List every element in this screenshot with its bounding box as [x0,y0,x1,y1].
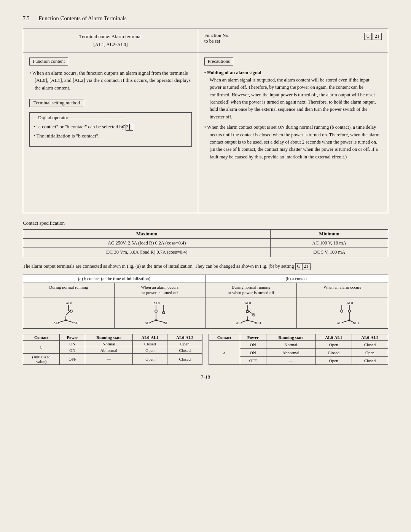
digital-op-item-1: "a contact" or "b contact" can be select… [33,123,188,131]
td-contact-b1: b [23,341,60,354]
td-running-b1: Normal [85,341,133,347]
td-power-b3: OFF [60,354,85,365]
c-box: C [364,33,372,40]
td-al0al1-b3: Open [132,354,167,365]
th-contact-a: Contact [209,334,240,341]
svg-point-37 [341,310,343,312]
td-running-b3: — [85,354,133,365]
section-title: Function Contents of Alarm Terminals [39,15,127,22]
td-al0al2-b1: Open [167,341,202,347]
diagram-left-header: (a) b contact (at the time of initializa… [23,275,205,283]
svg-point-35 [348,310,350,312]
contact-table-row2-min: DC 5 V, 100 mA [271,248,388,257]
th-al0al2-b: AL0-AL2 [167,334,202,341]
th-running-b: Running state [85,334,133,341]
section-num: 7.5 [23,16,30,22]
function-no-cell: Function No. to be set C 21 [198,29,388,53]
svg-text:AL1: AL1 [73,321,80,325]
digital-op-bullets: "a contact" or "b contact" can be select… [33,123,188,139]
digital-op-label: ─ Digital operator ──────────────── [33,115,188,121]
svg-point-12 [155,310,157,312]
function-no-label: Function No. [204,33,229,38]
td-running-b2: Abnormal [85,347,133,354]
table-row-b1: b ON Normal Closed Open [23,341,202,347]
td-contact-b3: (Initializedvalue) [23,354,60,365]
diagram-left-sub1: During normal running [23,283,115,297]
contact-table-row1-min: AC 100 V, 10 mA [271,238,388,248]
td-al0al2-a3: Closed [352,357,388,365]
precaution-item-2: When the alarm contact output is set ON … [204,124,382,161]
alarm-output-text: The alarm output terminals are connected… [23,262,388,270]
td-al0al1-a3: Open [315,357,352,365]
td-contact-a1: a [209,341,240,365]
td-al0al1-a2: Closed [315,349,352,357]
prec-text-1: When an alarm signal is outputted, the a… [210,77,376,120]
precautions-list: Holding of an alarm signal When an alarm… [204,69,382,161]
svg-text:AL2: AL2 [53,321,60,325]
diagram-left-subheaders: During normal running When an alarm occu… [23,283,205,298]
prec-title-1: Holding of an alarm signal [207,70,261,75]
th-running-a: Running state [266,334,315,341]
diagram-right-cell2: AL0 AL2 AL1 [297,297,388,328]
contact-spec-table: Maximum Minimum AC 250V, 2.5A (load R) 0… [23,229,388,257]
td-al0al2-b2: Closed [167,347,202,354]
page-num: 7-18 [201,374,210,380]
td-running-a2: Abnormal [266,349,315,357]
svg-text:AL1: AL1 [353,321,359,325]
svg-text:AL1: AL1 [164,321,170,325]
relay-svg-b-alarm: AL0 AL2 AL1 [143,300,177,325]
td-running-a3: — [266,357,315,365]
num-box: 21 [373,33,382,40]
svg-text:AL2: AL2 [145,321,151,325]
td-power-b2: ON [60,347,85,354]
terminal-name-sub: [AL1, AL2-AL0] [93,42,127,47]
state-table-a: Contact Power Running state AL0-AL1 AL0-… [209,334,388,365]
td-al0al2-a2: Open [352,349,388,357]
function-content-item: When an alarm occurs, the function outpu… [29,69,192,92]
svg-text:AL1: AL1 [255,321,261,325]
svg-point-14 [162,312,165,314]
diagram-left-cell1: AL0 AL2 AL1 [23,297,115,328]
diagrams-container: (a) b contact (at the time of initializa… [23,275,388,329]
terminal-name-cell: Terminal name: Alarm terminal [AL1, AL2-… [23,29,198,53]
relay-svg-a-alarm: AL0 AL2 AL1 [325,300,360,325]
diagram-left-sub2: When an alarm occursor power is turned o… [115,283,206,297]
diagram-right: (b) a contact During normal runningor wh… [206,275,388,329]
page-header: 7.5 Function Contents of Alarm Terminals [23,15,388,22]
diagram-left-row: AL0 AL2 AL1 [23,297,205,328]
contact-table-header-max: Maximum [23,229,271,238]
td-power-a1: ON [240,341,266,349]
page-footer: 7-18 [23,374,388,380]
main-content-row: Function content When an alarm occurs, t… [23,53,388,213]
diagram-left-cell2: AL0 AL2 AL1 [115,297,206,328]
diagram-right-header: (b) a contact [206,275,388,283]
diagram-right-subheaders: During normal runningor when power is tu… [206,283,388,298]
th-contact-b: Contact [23,334,60,341]
td-al0al2-a1: Closed [352,341,388,349]
tables-row: Contact Power Running state AL0-AL1 AL0-… [23,334,388,365]
prec-text-2: When the alarm contact output is set ON … [207,125,379,160]
diagram-right-sub1: During normal runningor when power is tu… [206,283,297,297]
th-al0al1-b: AL0-AL1 [132,334,167,341]
contact-spec-label: Contact specification [23,220,388,226]
precautions-label-box: Precautions [204,58,233,66]
svg-text:AL2: AL2 [337,321,343,325]
svg-text:AL0: AL0 [66,301,72,305]
td-al0al1-a1: Open [315,341,352,349]
function-code-box: C 21 [364,33,382,40]
digital-op-outer: ─ Digital operator ──────────────── "a c… [29,112,192,147]
svg-point-24 [246,310,249,313]
function-content-list: When an alarm occurs, the function outpu… [29,69,192,92]
svg-text:AL0: AL0 [245,301,251,305]
right-col: Precautions Holding of an alarm signal W… [198,53,388,213]
function-content-label-box: Function content [29,58,68,66]
relay-svg-b-normal: AL0 AL2 AL1 [51,300,86,325]
terminal-setting-box: Terminal setting method [29,99,84,107]
diagram-right-cell1: AL0 AL2 AL1 [206,297,297,328]
main-panel: Terminal name: Alarm terminal [AL1, AL2-… [23,29,388,213]
digital-op-item-2: The initialization is "b contact". [33,132,188,140]
th-al0al2-a: AL0-AL2 [352,334,388,341]
td-al0al2-b3: Closed [167,354,202,365]
td-al0al1-b2: Open [132,347,167,354]
table-row-a1: a ON Normal Open Closed [209,341,388,349]
